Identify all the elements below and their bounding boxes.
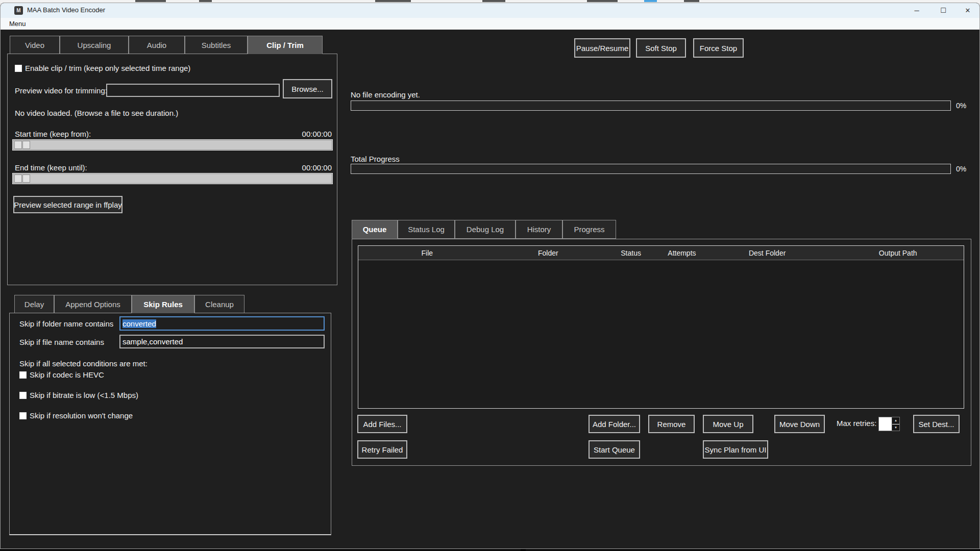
tab-clip-trim[interactable]: Clip / Trim [248,36,323,54]
menu-button[interactable]: Menu [6,19,29,29]
queue-table[interactable]: File Folder Status Attempts Dest Folder … [358,245,964,409]
preview-video-label: Preview video for trimming: [15,86,107,95]
skip-rules-panel: Skip if folder name contains converted S… [9,313,331,535]
background-smudge [587,0,618,2]
clip-trim-panel: Enable clip / trim (keep only selected t… [7,54,337,285]
column-header-attempts: Attempts [662,246,702,260]
column-header-status: Status [600,246,662,260]
app-icon: M [14,6,23,15]
close-icon[interactable]: ✕ [956,3,979,18]
spin-down-icon[interactable]: ▼ [892,424,899,431]
move-up-button[interactable]: Move Up [703,415,753,433]
start-slider-thumb[interactable] [14,141,31,149]
tab-history[interactable]: History [516,220,562,239]
current-file-label: No file encoding yet. [351,90,420,99]
max-retries-label: Max retries: [837,419,876,428]
taskbar-sliver [0,549,980,551]
skip-folder-value: converted [122,319,156,328]
enable-clip-trim-checkbox[interactable] [15,65,22,72]
tab-cleanup[interactable]: Cleanup [194,295,244,313]
menubar: Menu [1,18,979,30]
current-progressbar [351,101,951,111]
skip-bitrate-label: Skip if bitrate is low (<1.5 Mbps) [30,391,138,399]
tab-progress[interactable]: Progress [562,220,616,239]
current-percent: 0% [956,102,966,110]
add-files-button[interactable]: Add Files... [357,415,407,433]
skip-folder-label: Skip if folder name contains [19,319,113,328]
skip-file-input[interactable]: sample,converted [119,335,325,348]
skip-bitrate-checkbox[interactable] [19,392,27,399]
preview-video-input[interactable] [106,84,280,97]
skip-codec-checkbox[interactable] [19,371,27,379]
browse-button[interactable]: Browse... [283,79,332,98]
end-slider-thumb[interactable] [14,174,31,183]
minimize-icon[interactable]: ─ [905,3,928,18]
remove-button[interactable]: Remove [648,415,695,433]
start-queue-button[interactable]: Start Queue [589,440,640,459]
add-folder-button[interactable]: Add Folder... [589,415,640,433]
background-smudge [375,0,411,2]
background-smudge [684,0,699,2]
column-header-dest-folder: Dest Folder [702,246,832,260]
soft-stop-button[interactable]: Soft Stop [636,38,686,58]
titlebar[interactable]: M MAA Batch Video Encoder ─ ☐ ✕ [1,3,979,18]
column-header-output-path: Output Path [832,246,964,260]
skip-conditions-label: Skip if all selected conditions are met: [19,359,148,368]
enable-clip-trim-label: Enable clip / trim (keep only selected t… [25,64,190,72]
max-retries-value [879,417,892,431]
screen: M MAA Batch Video Encoder ─ ☐ ✕ Menu Vid… [0,0,980,551]
queue-table-header: File Folder Status Attempts Dest Folder … [358,246,964,260]
preview-range-button[interactable]: Preview selected range in ffplay [13,196,122,213]
tab-subtitles[interactable]: Subtitles [185,36,248,54]
skip-file-label: Skip if file name contains [19,338,104,346]
total-progress-label: Total Progress [351,155,400,163]
tab-upscaling[interactable]: Upscaling [60,36,129,54]
tab-queue[interactable]: Queue [352,220,398,239]
background-smudge [199,0,212,2]
window-title: MAA Batch Video Encoder [27,6,105,14]
total-progressbar [351,164,951,174]
start-time-slider[interactable] [12,139,333,151]
column-header-file: File [358,246,496,260]
app-window: M MAA Batch Video Encoder ─ ☐ ✕ Menu Vid… [0,3,980,549]
skip-codec-label: Skip if codec is HEVC [30,370,104,379]
tab-debug-log[interactable]: Debug Log [455,220,516,239]
end-time-label: End time (keep until): [15,163,87,172]
maximize-icon[interactable]: ☐ [932,3,955,18]
tab-delay[interactable]: Delay [14,295,54,313]
retry-failed-button[interactable]: Retry Failed [357,440,407,459]
app-body: Video Upscaling Audio Subtitles Clip / T… [1,30,979,549]
tab-status-log[interactable]: Status Log [398,220,455,239]
skip-folder-input[interactable]: converted [119,316,325,331]
tab-skip-rules[interactable]: Skip Rules [132,295,194,313]
skip-resolution-checkbox[interactable] [19,412,27,419]
pause-resume-button[interactable]: Pause/Resume [574,38,630,58]
background-smudge [482,0,505,2]
sync-plan-button[interactable]: Sync Plan from UI [703,440,768,459]
background-smudge [135,0,166,2]
start-time-label: Start time (keep from): [15,130,91,138]
column-header-folder: Folder [496,246,601,260]
spin-up-icon[interactable]: ▲ [892,417,899,424]
max-retries-spinbox[interactable]: ▲ ▼ [878,417,900,431]
total-percent: 0% [956,165,966,173]
tab-audio[interactable]: Audio [129,36,185,54]
end-time-slider[interactable] [12,173,333,184]
force-stop-button[interactable]: Force Stop [693,38,744,58]
end-time-value: 00:00:00 [302,163,332,172]
no-video-text: No video loaded. (Browse a file to see d… [15,109,178,117]
start-time-value: 00:00:00 [302,130,332,138]
set-dest-button[interactable]: Set Dest... [913,415,960,433]
tab-video[interactable]: Video [10,36,60,54]
tab-append-options[interactable]: Append Options [54,295,132,313]
background-smudge [644,0,657,2]
skip-resolution-label: Skip if resolution won't change [30,411,133,420]
move-down-button[interactable]: Move Down [774,415,825,433]
